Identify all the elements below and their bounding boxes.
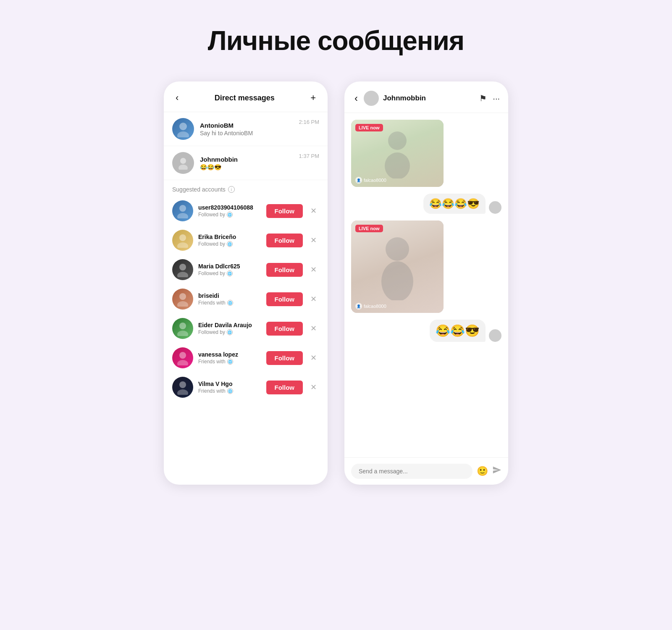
suggest-item: user8203904106088 Followed by 🌐 Follow ✕ <box>164 196 328 226</box>
back-button[interactable]: ‹ <box>174 91 180 105</box>
user-dot: 👤 <box>355 177 362 184</box>
dismiss-button[interactable]: ✕ <box>308 263 319 276</box>
follow-button[interactable]: Follow <box>266 292 303 306</box>
suggest-name: vanessa lopez <box>198 351 261 358</box>
svg-point-21 <box>381 261 413 300</box>
add-dm-button[interactable]: + <box>309 91 318 105</box>
suggest-info: user8203904106088 Followed by 🌐 <box>198 204 261 218</box>
dm-info: Johnmobbin 😂😂😎 <box>200 156 293 171</box>
suggest-name: briseidi <box>198 292 261 299</box>
follow-button[interactable]: Follow <box>266 351 303 365</box>
avatar <box>172 377 193 398</box>
follow-button[interactable]: Follow <box>266 322 303 336</box>
follow-button[interactable]: Follow <box>266 204 303 218</box>
message-row: LIVE now 👤 falcao8000 <box>351 120 501 187</box>
phones-container: ‹ Direct messages + AntonioBM Say hi to … <box>164 81 508 485</box>
dismiss-button[interactable]: ✕ <box>308 322 319 335</box>
message-row: 😂😂😎 <box>351 320 501 342</box>
svg-point-10 <box>179 293 186 300</box>
message-input[interactable] <box>351 464 472 479</box>
avatar <box>172 200 193 221</box>
suggest-info: Erika Briceño Followed by 🌐 <box>198 234 261 247</box>
globe-icon: 🌐 <box>227 270 233 276</box>
globe-icon: 🌐 <box>227 241 233 247</box>
suggest-info: Maria Ddlcr625 Followed by 🌐 <box>198 263 261 276</box>
chat-input-bar: 🙂 <box>344 457 508 485</box>
chat-username: Johnmobbin <box>383 94 475 102</box>
svg-point-9 <box>177 272 188 277</box>
svg-point-0 <box>179 123 187 130</box>
svg-point-16 <box>179 381 186 388</box>
dismiss-button[interactable]: ✕ <box>308 205 319 217</box>
back-button[interactable]: ‹ <box>353 91 360 106</box>
suggest-name: Vilma V Hgo <box>198 381 261 387</box>
flag-icon[interactable]: ⚑ <box>479 93 487 103</box>
avatar <box>172 289 193 310</box>
suggest-name: user8203904106088 <box>198 204 261 211</box>
dm-item[interactable]: Johnmobbin 😂😂😎 1:37 PM <box>164 146 328 180</box>
suggest-item: vanessa lopez Friends with 🌐 Follow ✕ <box>164 343 328 373</box>
dismiss-button[interactable]: ✕ <box>308 381 319 394</box>
send-icons: 🙂 <box>477 465 501 477</box>
message-bubble: 😂😂😎 <box>430 320 486 342</box>
suggest-info: vanessa lopez Friends with 🌐 <box>198 351 261 365</box>
suggested-list: user8203904106088 Followed by 🌐 Follow ✕… <box>164 196 328 402</box>
avatar <box>172 347 193 368</box>
globe-icon: 🌐 <box>227 388 233 394</box>
dismiss-button[interactable]: ✕ <box>308 234 319 247</box>
suggest-name: Erika Briceño <box>198 234 261 240</box>
message-row: LIVE now 👤 falcao8000 <box>351 220 501 313</box>
dm-name: AntonioBM <box>200 122 293 129</box>
svg-point-17 <box>177 389 188 395</box>
follow-button[interactable]: Follow <box>266 381 303 394</box>
globe-icon: 🌐 <box>227 329 233 335</box>
svg-point-11 <box>177 301 188 307</box>
suggest-item: Erika Briceño Followed by 🌐 Follow ✕ <box>164 226 328 255</box>
suggest-name: Eider Davila Araujo <box>198 322 261 328</box>
live-card-image: LIVE now 👤 falcao8000 <box>351 220 444 313</box>
suggest-info: briseidi Friends with 🌐 <box>198 292 261 306</box>
avatar <box>172 259 193 280</box>
svg-point-18 <box>388 131 407 150</box>
chat-header-icons: ⚑ ··· <box>479 93 500 103</box>
suggest-sub: Followed by 🌐 <box>198 270 261 276</box>
suggested-header: Suggested accounts i <box>164 180 328 196</box>
chat-body: LIVE now 👤 falcao8000 😂😂😂😎 <box>344 113 508 457</box>
dm-item[interactable]: AntonioBM Say hi to AntonioBM 2:16 PM <box>164 112 328 146</box>
svg-point-13 <box>177 331 188 336</box>
live-card[interactable]: LIVE now 👤 falcao8000 <box>351 120 444 187</box>
emoji-button[interactable]: 🙂 <box>477 466 488 477</box>
dismiss-button[interactable]: ✕ <box>308 293 319 305</box>
avatar <box>172 152 194 174</box>
avatar <box>172 118 194 140</box>
suggest-item: Maria Ddlcr625 Followed by 🌐 Follow ✕ <box>164 255 328 284</box>
sender-avatar <box>489 329 501 342</box>
more-options-icon[interactable]: ··· <box>493 94 500 103</box>
svg-point-2 <box>180 158 186 164</box>
svg-point-7 <box>177 242 188 248</box>
sender-avatar <box>489 201 501 214</box>
dm-title: Direct messages <box>215 94 275 102</box>
svg-point-8 <box>179 264 186 270</box>
suggest-sub: Friends with 🌐 <box>198 359 261 365</box>
dismiss-button[interactable]: ✕ <box>308 352 319 364</box>
dm-preview: 😂😂😎 <box>200 164 293 171</box>
globe-icon: 🌐 <box>227 359 233 365</box>
suggest-sub: Followed by 🌐 <box>198 329 261 335</box>
svg-point-20 <box>386 237 409 261</box>
svg-point-5 <box>177 213 188 218</box>
info-icon[interactable]: i <box>228 186 235 193</box>
suggest-sub: Followed by 🌐 <box>198 212 261 218</box>
right-phone: ‹ Johnmobbin ⚑ ··· LIVE n <box>344 81 508 485</box>
chat-avatar <box>364 91 379 106</box>
live-badge: LIVE now <box>355 225 383 232</box>
suggest-item: Eider Davila Araujo Followed by 🌐 Follow… <box>164 314 328 343</box>
follow-button[interactable]: Follow <box>266 234 303 247</box>
dm-list: AntonioBM Say hi to AntonioBM 2:16 PM Jo… <box>164 112 328 180</box>
follow-button[interactable]: Follow <box>266 263 303 277</box>
chat-header: ‹ Johnmobbin ⚑ ··· <box>344 81 508 113</box>
message-row: 😂😂😂😎 <box>351 194 501 214</box>
send-button[interactable] <box>492 465 501 477</box>
dm-info: AntonioBM Say hi to AntonioBM <box>200 122 293 136</box>
live-card[interactable]: LIVE now 👤 falcao8000 <box>351 220 444 313</box>
